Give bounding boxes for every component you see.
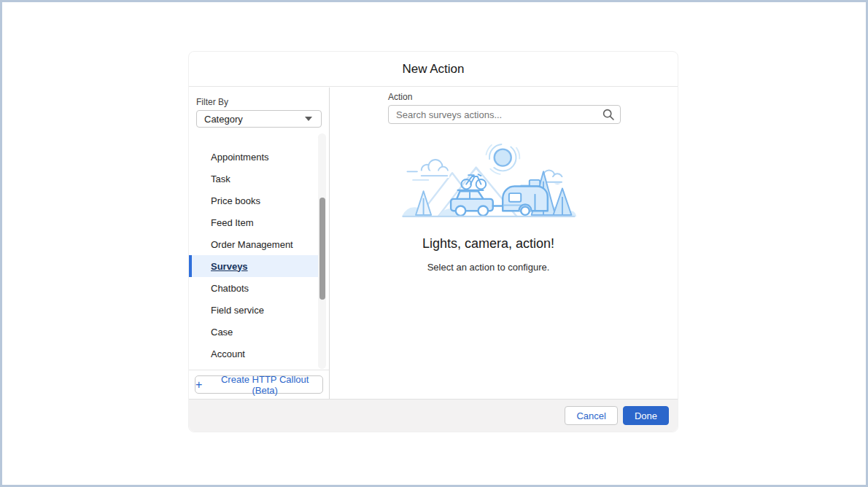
create-http-callout-button[interactable]: + Create HTTP Callout (Beta): [195, 375, 323, 394]
filter-controls: Filter By Category: [189, 87, 329, 128]
plus-icon: +: [195, 379, 202, 391]
action-search-section: Action: [388, 92, 621, 124]
category-item-surveys[interactable]: Surveys: [189, 255, 319, 277]
sidebar-footer: + Create HTTP Callout (Beta): [189, 370, 329, 399]
empty-state-subtitle: Select an action to configure.: [330, 262, 647, 273]
category-item-price-books[interactable]: Price books: [189, 190, 319, 211]
category-item-account[interactable]: Account: [189, 343, 319, 365]
app-window: New Action Filter By Category Appointmen…: [0, 0, 868, 487]
action-label: Action: [388, 92, 621, 102]
create-http-callout-label: Create HTTP Callout (Beta): [207, 374, 322, 396]
empty-state-title: Lights, camera, action!: [330, 236, 647, 252]
filter-by-label: Filter By: [196, 97, 319, 107]
search-icon: [602, 109, 614, 123]
category-item-field-service[interactable]: Field service: [189, 299, 319, 321]
category-dropdown-value: Category: [204, 114, 243, 125]
chevron-down-icon: [305, 117, 312, 121]
search-input[interactable]: [388, 105, 621, 124]
category-list-scrollbar[interactable]: [318, 133, 326, 369]
filter-sidebar: Filter By Category Appointments Task Pri…: [189, 87, 330, 399]
modal-body: Filter By Category Appointments Task Pri…: [189, 87, 678, 399]
category-item-task[interactable]: Task: [189, 168, 319, 190]
modal-title: New Action: [402, 62, 464, 77]
category-item-case[interactable]: Case: [189, 321, 319, 343]
empty-state: Lights, camera, action! Select an action…: [330, 131, 647, 273]
category-item-chatbots[interactable]: Chatbots: [189, 277, 319, 299]
category-item-order-management[interactable]: Order Management: [189, 233, 319, 255]
category-list: Appointments Task Price books Feed Item …: [189, 146, 319, 365]
category-dropdown[interactable]: Category: [196, 110, 322, 128]
done-button[interactable]: Done: [623, 406, 669, 425]
action-pane: Action: [330, 87, 678, 399]
category-item-feed-item[interactable]: Feed Item: [189, 211, 319, 233]
modal-header: New Action: [189, 52, 678, 87]
camping-illustration: [398, 131, 580, 227]
modal-footer: Cancel Done: [189, 399, 678, 432]
new-action-modal: New Action Filter By Category Appointmen…: [188, 51, 678, 432]
scrollbar-thumb[interactable]: [319, 198, 325, 300]
category-item-appointments[interactable]: Appointments: [189, 146, 319, 168]
cancel-button[interactable]: Cancel: [565, 406, 617, 425]
